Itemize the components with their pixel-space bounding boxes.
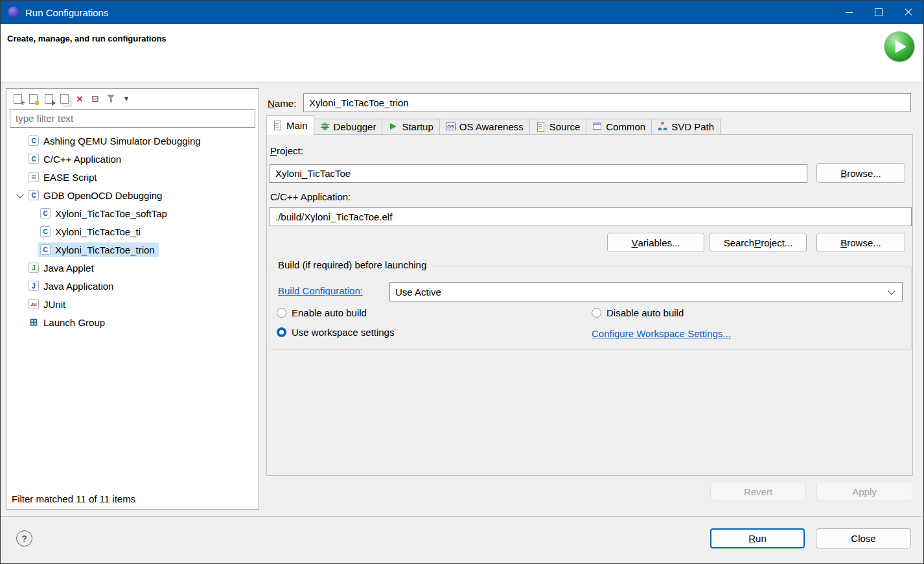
apply-button[interactable]: Apply xyxy=(816,482,912,501)
filter-icon[interactable] xyxy=(104,92,118,105)
enable-auto-build-radio[interactable]: Enable auto build xyxy=(277,307,367,318)
file-icon xyxy=(273,121,283,130)
view-menu-icon[interactable] xyxy=(119,92,133,105)
configure-workspace-settings-link[interactable]: Configure Workspace Settings... xyxy=(592,328,731,339)
tree-item-ashling-qemu[interactable]: Ashling QEMU Simulator Debugging xyxy=(6,132,259,150)
name-input[interactable] xyxy=(303,93,911,112)
eclipse-logo-icon xyxy=(8,6,19,18)
build-configuration-link[interactable]: Build Configuration: xyxy=(278,285,363,296)
project-browse-button[interactable]: Browse... xyxy=(816,163,905,183)
export-configurations-icon[interactable] xyxy=(41,92,56,105)
filter-status: Filter matched 11 of 11 items xyxy=(12,493,135,504)
radio-icon xyxy=(592,308,601,318)
bug-icon xyxy=(320,122,330,132)
titlebar: Run Configurations xyxy=(1,1,923,24)
tree-item-java-application[interactable]: Java Application xyxy=(6,277,259,295)
tree-item-gdb-openocd[interactable]: GDB OpenOCD Debugging xyxy=(6,186,259,204)
configurations-tree: Ashling QEMU Simulator Debugging C/C++ A… xyxy=(6,128,259,331)
new-prototype-icon[interactable] xyxy=(26,92,40,105)
common-icon xyxy=(592,122,602,132)
configurations-panel: Ashling QEMU Simulator Debugging C/C++ A… xyxy=(6,88,259,510)
source-icon xyxy=(536,122,546,132)
c-application-icon xyxy=(29,135,39,146)
maximize-icon xyxy=(875,8,883,16)
tab-debugger[interactable]: Debugger xyxy=(314,119,383,135)
script-icon xyxy=(29,172,39,182)
close-icon xyxy=(905,8,912,16)
tab-common[interactable]: Common xyxy=(586,119,652,135)
search-project-button[interactable]: Search Project... xyxy=(710,233,807,252)
editor-tabs: Main Debugger Startup OS Awareness Sourc… xyxy=(266,116,721,135)
duplicate-icon[interactable] xyxy=(57,92,71,105)
main-tab-content: Project: Browse... C/C++ Application: Va… xyxy=(266,134,913,476)
tree-item-xyloni-softtap[interactable]: Xyloni_TicTacToe_softTap xyxy=(6,204,259,222)
window-controls xyxy=(834,1,923,24)
window-title: Run Configurations xyxy=(25,7,108,18)
os-icon xyxy=(446,122,456,132)
tree-item-ease-script[interactable]: EASE Script xyxy=(6,168,259,186)
revert-button[interactable]: Revert xyxy=(710,482,806,501)
name-label: Name: xyxy=(268,98,296,109)
project-input[interactable] xyxy=(270,164,807,183)
tree-item-junit[interactable]: JUnit xyxy=(6,295,259,313)
build-configuration-combo[interactable]: Use Active xyxy=(389,282,903,301)
help-button[interactable]: ? xyxy=(16,530,32,546)
use-workspace-settings-radio[interactable]: Use workspace settings xyxy=(277,327,394,338)
banner-heading: Create, manage, and run configurations xyxy=(7,34,167,43)
project-label: Project: xyxy=(270,145,303,156)
radio-icon xyxy=(277,308,286,318)
tab-main[interactable]: Main xyxy=(266,115,314,135)
expand-chevron-icon[interactable] xyxy=(14,189,26,201)
maximize-button[interactable] xyxy=(864,1,894,24)
run-button[interactable]: Run xyxy=(710,528,805,548)
variables-button[interactable]: Variables... xyxy=(607,233,704,252)
tree-item-xyloni-ti[interactable]: Xyloni_TicTacToe_ti xyxy=(6,222,259,241)
svd-path-icon xyxy=(658,122,667,132)
java-application-icon xyxy=(29,281,39,291)
close-dialog-button[interactable]: Close xyxy=(816,528,911,548)
configurations-toolbar xyxy=(6,89,259,107)
c-application-icon xyxy=(29,154,39,164)
application-browse-button[interactable]: Browse... xyxy=(816,233,905,252)
filter-input[interactable] xyxy=(10,109,255,128)
new-configuration-icon[interactable] xyxy=(10,92,25,105)
minimize-icon xyxy=(846,12,853,13)
c-application-icon xyxy=(40,226,51,237)
minimize-button[interactable] xyxy=(834,1,864,24)
c-application-icon xyxy=(29,190,39,200)
banner: Create, manage, and run configurations xyxy=(1,24,923,82)
application-label: C/C++ Application: xyxy=(270,191,351,202)
application-input[interactable] xyxy=(270,207,912,226)
delete-icon[interactable] xyxy=(73,92,87,105)
collapse-all-icon[interactable] xyxy=(88,92,102,105)
tree-item-java-applet[interactable]: Java Applet xyxy=(6,259,259,277)
radio-icon xyxy=(277,327,286,337)
c-application-icon xyxy=(40,244,51,255)
close-button[interactable] xyxy=(894,1,923,24)
tab-source[interactable]: Source xyxy=(529,119,587,135)
java-applet-icon xyxy=(29,263,39,273)
disable-auto-build-radio[interactable]: Disable auto build xyxy=(592,307,684,318)
run-configurations-dialog: Run Configurations Create, manage, and r… xyxy=(0,0,924,564)
tree-item-xyloni-trion[interactable]: Xyloni_TicTacToe_trion xyxy=(6,241,259,259)
tab-svd-path[interactable]: SVD Path xyxy=(651,119,721,135)
tab-startup[interactable]: Startup xyxy=(382,119,439,135)
build-group: Build (if required) before launching Bui… xyxy=(270,266,912,350)
tree-item-cpp-application[interactable]: C/C++ Application xyxy=(6,150,259,168)
run-banner-icon xyxy=(884,32,914,62)
build-group-title: Build (if required) before launching xyxy=(274,259,430,270)
tab-os-awareness[interactable]: OS Awareness xyxy=(439,119,530,135)
junit-icon xyxy=(29,299,39,309)
c-application-icon xyxy=(40,208,51,218)
tree-item-launch-group[interactable]: Launch Group xyxy=(6,313,259,331)
footer-divider xyxy=(1,516,923,517)
launch-group-icon xyxy=(29,317,39,327)
play-icon xyxy=(388,122,398,132)
